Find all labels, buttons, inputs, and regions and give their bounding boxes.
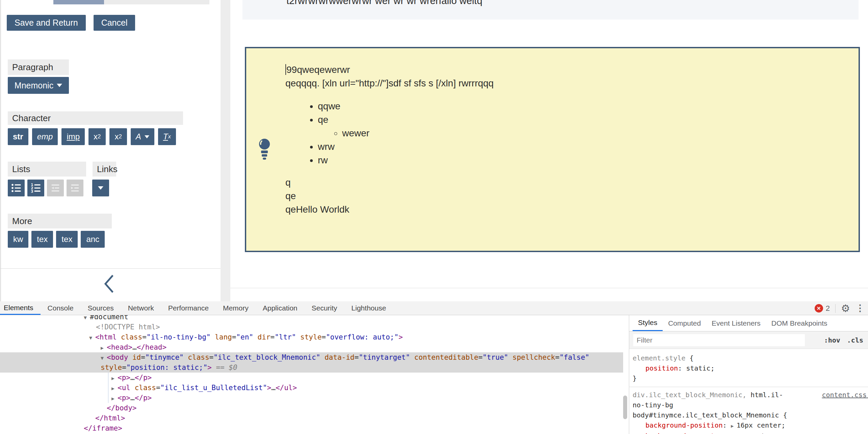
outdent-icon	[50, 183, 60, 193]
tree-node-body-line2[interactable]: style="position: static;"> == $0	[0, 362, 623, 373]
tree-node-p2[interactable]: ▶ <p>…</p>	[0, 393, 623, 403]
tab-dom-breakpoints[interactable]: DOM Breakpoints	[766, 315, 833, 331]
numbered-list-icon: 1 2 3	[31, 183, 41, 193]
important-button[interactable]: imp	[61, 128, 85, 145]
more-buttons: kw tex tex anc	[8, 231, 105, 248]
kebab-menu-icon[interactable]: ⋮	[856, 304, 865, 313]
css-property-background-repeat[interactable]: background-repeat: ▶ no-repeat;	[633, 431, 868, 434]
tree-node-p1[interactable]: ▶ <p>…</p>	[0, 373, 623, 383]
editor-sidebar: Save and Return Cancel Paragraph Mnemoni…	[0, 0, 221, 301]
css-property-background-position[interactable]: background-position: ▶ 16px center;	[633, 420, 868, 431]
tab-styles[interactable]: Styles	[633, 315, 663, 331]
devtools-toolbar-right: ✕ 2 ⚙ ⋮	[815, 301, 865, 315]
horizontal-scrollbar[interactable]	[53, 0, 209, 4]
devtools-panel: Elements Console Sources Network Perform…	[0, 301, 868, 434]
collapse-panel-button[interactable]	[101, 273, 118, 294]
tab-elements[interactable]: Elements	[0, 301, 41, 315]
chevron-down-icon	[98, 186, 103, 190]
mnemonic-css-rule: div.ilc_text_block_Mnemonic, html.il- co…	[633, 390, 868, 434]
page-editor-screen: Save and Return Cancel Paragraph Mnemoni…	[0, 0, 868, 434]
css-property-position[interactable]: position: static;	[633, 363, 868, 373]
page-content-area: t2rwrwrwrwwerwrwr wer wr wr wrerfallo we…	[230, 0, 868, 301]
elements-tree: ▼ #document <!DOCTYPE html> ▼ <html clas…	[0, 315, 623, 434]
tree-node-body-selected[interactable]: ▼ <body id="tinymce" class="ilc_text_blo…	[0, 352, 623, 373]
tab-performance[interactable]: Performance	[161, 301, 216, 315]
clear-format-button[interactable]: Tx	[158, 128, 176, 145]
tab-memory[interactable]: Memory	[216, 301, 256, 315]
paragraph-section-header: Paragraph	[8, 59, 69, 75]
tab-event-listeners[interactable]: Event Listeners	[706, 315, 766, 331]
lightbulb-icon	[259, 138, 270, 161]
save-and-return-button[interactable]: Save and Return	[7, 15, 86, 31]
tree-scrollbar-thumb[interactable]	[623, 396, 627, 419]
tab-network[interactable]: Network	[121, 301, 161, 315]
bulleted-list: qqwe qe wewer wrw rw	[285, 100, 494, 167]
styles-toggles: :hov .cls	[824, 331, 863, 349]
chevron-down-icon	[145, 135, 149, 138]
tree-node-html-close[interactable]: </html>	[0, 413, 623, 423]
text-color-dropdown[interactable]: A	[131, 128, 154, 145]
paragraph-style-dropdown[interactable]: Mnemonic	[8, 77, 69, 94]
anchor-button[interactable]: anc	[81, 231, 105, 248]
error-count: 2	[826, 304, 830, 313]
indent-icon	[70, 183, 80, 193]
mnemonic-block-content[interactable]: 99qweqewerwr qeqqqq. [xln url="http://"]…	[285, 63, 494, 216]
text-cursor	[285, 64, 286, 75]
tab-security[interactable]: Security	[304, 301, 344, 315]
styles-filter-input[interactable]	[633, 334, 805, 346]
mnemonic-block[interactable]: 99qweqewerwr qeqqqq. [xln url="http://"]…	[245, 47, 860, 252]
note-paragraph-2: q qe qeHello Worldk	[285, 176, 494, 216]
class-toggle[interactable]: .cls	[847, 336, 863, 344]
vertical-scrollbar-track[interactable]	[221, 0, 230, 301]
paragraph-block-text: t2rwrwrwrwwerwrwr wer wr wr wrerfallo we…	[286, 0, 482, 6]
settings-gear-icon[interactable]: ⚙	[841, 303, 850, 314]
more-section-header: More	[8, 214, 112, 228]
tab-console[interactable]: Console	[41, 301, 81, 315]
links-dropdown[interactable]	[92, 180, 109, 196]
outdent-button[interactable]	[47, 180, 64, 196]
indent-button[interactable]	[67, 180, 83, 196]
panel-divider	[0, 268, 221, 269]
list-buttons: 1 2 3	[8, 180, 83, 196]
cancel-button[interactable]: Cancel	[94, 15, 135, 31]
element-style-selector[interactable]: element.style {	[633, 353, 868, 363]
element-style-close[interactable]: }	[633, 373, 868, 383]
tree-node-body-line1[interactable]: ▼ <body id="tinymce" class="ilc_text_blo…	[0, 352, 623, 362]
rule-selector-line3[interactable]: body#tinymce.ilc_text_block_Mnemonic {	[633, 410, 868, 420]
tree-node-iframe-close[interactable]: </iframe>	[0, 423, 623, 433]
pseudo-state-toggle[interactable]: :hov	[824, 336, 840, 344]
content-divider	[230, 288, 868, 288]
keyword-button[interactable]: kw	[8, 231, 28, 248]
tab-application[interactable]: Application	[256, 301, 305, 315]
styles-content: element.style { position: static; } div.…	[629, 349, 868, 434]
tab-sources[interactable]: Sources	[81, 301, 121, 315]
tree-node-html[interactable]: ▼ <html class="il-no-tiny-bg" lang="en" …	[0, 332, 623, 342]
character-buttons: str emp imp x2 x2 A Tx	[8, 128, 176, 145]
error-count-badge[interactable]: ✕ 2	[815, 304, 830, 313]
horizontal-scrollbar-thumb[interactable]	[53, 0, 104, 4]
tab-computed[interactable]: Computed	[663, 315, 706, 331]
paragraph-block-above[interactable]: t2rwrwrwrwwerwrwr wer wr wr wrerfallo we…	[242, 0, 859, 20]
stylesheet-source-link[interactable]: content.css:	[822, 390, 868, 400]
paragraph-style-value: Mnemonic	[15, 81, 53, 90]
strong-button[interactable]: str	[8, 128, 28, 145]
chevron-left-icon	[101, 273, 118, 294]
sidebar-tabs: Styles Computed Event Listeners DOM Brea…	[629, 315, 868, 331]
tree-node-ul[interactable]: ▶ <ul class="ilc_list_u_BulletedList">…<…	[0, 383, 623, 393]
tree-node-head[interactable]: ▶ <head>…</head>	[0, 342, 623, 352]
tab-lighthouse[interactable]: Lighthouse	[344, 301, 393, 315]
bullet-list-button[interactable]	[8, 180, 25, 196]
styles-sidebar: Styles Computed Event Listeners DOM Brea…	[629, 315, 868, 434]
bullet-list-icon	[11, 183, 21, 193]
emphasis-button[interactable]: emp	[32, 128, 58, 145]
tree-node-body-close[interactable]: </body>	[0, 403, 623, 413]
rule-selector-line2[interactable]: no-tiny-bg	[633, 400, 868, 410]
tree-node-doctype[interactable]: <!DOCTYPE html>	[0, 322, 623, 332]
tree-indent-guide	[108, 373, 108, 403]
tree-node-document[interactable]: ▼ #document	[0, 315, 623, 322]
tex-button[interactable]: tex	[31, 231, 53, 248]
numbered-list-button[interactable]: 1 2 3	[27, 180, 44, 196]
tex-button-2[interactable]: tex	[56, 231, 78, 248]
subscript-button[interactable]: x2	[109, 128, 127, 145]
superscript-button[interactable]: x2	[88, 128, 106, 145]
